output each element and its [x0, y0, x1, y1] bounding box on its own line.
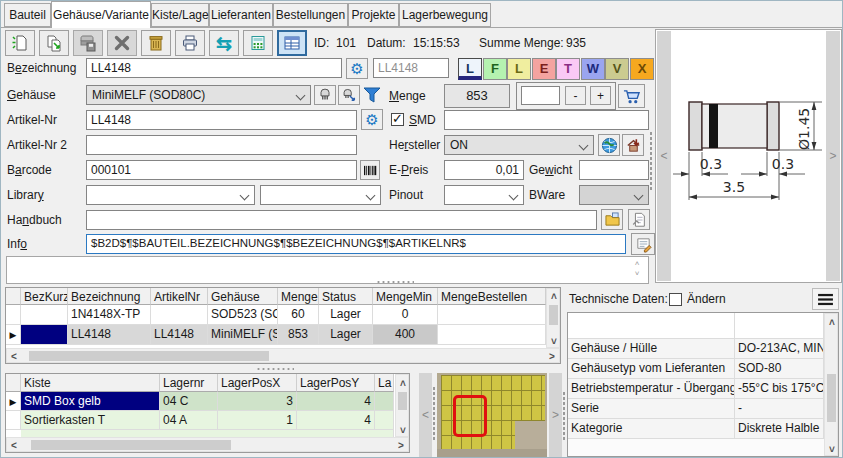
scroll-thumb[interactable]: [398, 392, 407, 410]
info-edit-button[interactable]: [631, 233, 655, 255]
new-button[interactable]: [5, 30, 35, 56]
scroll-up-icon[interactable]: ˄: [829, 318, 835, 328]
splitter-handle[interactable]: [256, 367, 294, 371]
scroll-down-icon[interactable]: ˅: [551, 337, 557, 347]
variant-vscrollbar[interactable]: ˄ ˅: [546, 288, 560, 348]
col-header-lagerposy[interactable]: LagerPosY: [297, 374, 375, 392]
gewicht-input[interactable]: [579, 160, 649, 180]
refresh-button[interactable]: ⇆: [209, 30, 239, 56]
letter-button-l1[interactable]: L: [458, 58, 482, 80]
cell[interactable]: 3: [218, 392, 297, 411]
col-header-bezeichnung[interactable]: Bezeichnung: [68, 288, 151, 305]
selected-row-indicator[interactable]: ▶: [6, 392, 21, 411]
tech-menu-button[interactable]: [812, 288, 839, 310]
handbuch-view-button[interactable]: [628, 209, 650, 230]
tab-kiste-lager[interactable]: Kiste/Lager: [151, 3, 209, 27]
cell[interactable]: 400: [373, 325, 438, 345]
smd-note-input[interactable]: [444, 110, 649, 130]
row-indicator[interactable]: [6, 305, 21, 325]
library-select-2[interactable]: [260, 185, 381, 205]
cell[interactable]: 4: [297, 392, 375, 411]
vertical-splitter-handle[interactable]: [432, 386, 436, 442]
col-header-la[interactable]: La: [375, 374, 394, 392]
letter-button-v[interactable]: V: [605, 58, 629, 80]
hersteller-web-button[interactable]: [598, 134, 620, 156]
cell[interactable]: [375, 411, 394, 430]
scroll-right-icon[interactable]: >: [398, 441, 404, 451]
bezeichnung-gear-button[interactable]: ⚙: [346, 58, 368, 79]
hersteller-select[interactable]: ON: [444, 135, 594, 155]
tech-vscrollbar[interactable]: ˄ ˅: [824, 313, 838, 456]
selected-row-indicator[interactable]: ▶: [6, 325, 21, 345]
col-header-artikelnr[interactable]: ArtikelNr: [151, 288, 208, 305]
cell[interactable]: LL4148: [68, 325, 151, 345]
col-header-gehaeuse[interactable]: Gehäuse: [208, 288, 278, 305]
diagram-next-button[interactable]: >: [826, 31, 840, 281]
tech-name[interactable]: Kategorie: [568, 419, 735, 439]
scroll-up-icon[interactable]: ˄: [551, 292, 557, 302]
pinout-select[interactable]: [444, 185, 524, 205]
cell-selected[interactable]: SMD Box gelb: [21, 392, 160, 411]
vertical-splitter-handle[interactable]: [562, 391, 566, 441]
artikelnr-input[interactable]: LL4148: [86, 110, 357, 130]
vertical-splitter-handle[interactable]: [649, 131, 653, 191]
smd-checkbox[interactable]: [391, 113, 404, 126]
cell[interactable]: 4: [297, 411, 375, 430]
cell-selected[interactable]: [21, 325, 68, 345]
tab-lagerbewegung[interactable]: Lagerbewegung: [399, 3, 491, 27]
photo-prev-button[interactable]: <: [419, 373, 432, 457]
filter-button[interactable]: [362, 86, 382, 104]
library-select-1[interactable]: [86, 185, 255, 205]
menge-minus-button[interactable]: -: [565, 86, 586, 105]
epreis-input[interactable]: 0,01: [444, 160, 524, 180]
kiste-vscrollbar[interactable]: ˄ ˅: [395, 374, 409, 437]
cell[interactable]: LL4148: [151, 325, 208, 345]
cell[interactable]: [21, 305, 68, 325]
save-button[interactable]: [73, 30, 103, 56]
letter-button-w[interactable]: W: [581, 58, 605, 80]
tech-value[interactable]: Diskrete Halble: [735, 419, 824, 439]
cell[interactable]: 853: [278, 325, 319, 345]
cell[interactable]: Lager: [319, 305, 373, 325]
cell[interactable]: [438, 325, 546, 345]
tech-name[interactable]: Betriebstemperatur - Übergangs: [568, 379, 735, 399]
scroll-thumb[interactable]: [31, 440, 231, 450]
aendern-checkbox[interactable]: [669, 293, 682, 306]
scroll-up-icon[interactable]: ˄: [400, 379, 406, 389]
info-input[interactable]: $B2D$¶$BAUTEIL.BEZEICHNUNG$¶$BEZEICHNUNG…: [86, 234, 626, 254]
variant-hscrollbar[interactable]: < >: [6, 348, 560, 363]
letter-button-e[interactable]: E: [532, 58, 556, 80]
artikelnr2-input[interactable]: [86, 135, 357, 155]
tech-value[interactable]: SOD-80: [735, 359, 824, 379]
photo-next-button[interactable]: >: [549, 373, 562, 457]
tech-value[interactable]: -: [735, 399, 824, 419]
barcode-button[interactable]: [360, 160, 380, 180]
cell[interactable]: MiniMELF (S: [208, 325, 278, 345]
tab-lieferanten[interactable]: Lieferanten: [209, 3, 273, 27]
col-header-mengemin[interactable]: MengeMin: [373, 288, 438, 305]
calculator-button[interactable]: [243, 30, 273, 56]
bezeichnung-input[interactable]: LL4148: [86, 58, 342, 78]
cell[interactable]: Sortierkasten T: [21, 411, 160, 430]
cell[interactable]: 04 A: [160, 411, 218, 430]
cell[interactable]: SOD523 (SC-: [208, 305, 278, 325]
trash-button[interactable]: [141, 30, 171, 56]
scroll-thumb[interactable]: [29, 351, 269, 361]
kiste-hscrollbar[interactable]: < >: [6, 437, 409, 452]
tech-name[interactable]: Serie: [568, 399, 735, 419]
col-header-lagernr[interactable]: Lagernr: [160, 374, 218, 392]
scroll-thumb[interactable]: [827, 374, 836, 422]
tech-name[interactable]: Gehäuse / Hülle: [568, 339, 735, 359]
scroll-right-icon[interactable]: >: [549, 352, 555, 362]
cell[interactable]: [151, 305, 208, 325]
delete-button[interactable]: [107, 30, 137, 56]
col-header-menge[interactable]: Menge: [278, 288, 319, 305]
tech-value[interactable]: -55°C bis 175°C: [735, 379, 824, 399]
scroll-left-icon[interactable]: <: [11, 352, 17, 362]
bezeichnung-copy-field[interactable]: LL4148: [373, 58, 449, 78]
handbuch-input[interactable]: [86, 210, 597, 230]
order-cart-button[interactable]: [618, 84, 645, 108]
scroll-thumb[interactable]: [549, 305, 558, 325]
print-button[interactable]: [175, 30, 205, 56]
letter-button-x[interactable]: X: [630, 58, 654, 80]
